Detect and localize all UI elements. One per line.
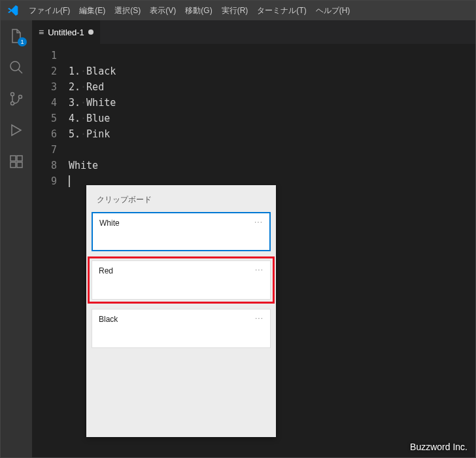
svg-point-2 bbox=[11, 102, 14, 105]
file-icon: ≡ bbox=[39, 27, 44, 37]
clipboard-item-text: Black bbox=[99, 315, 118, 324]
tabs-bar: ≡ Untitled-1 bbox=[32, 20, 475, 44]
menu-file[interactable]: ファイル(F) bbox=[24, 5, 75, 16]
source-control-icon[interactable] bbox=[7, 90, 26, 108]
clipboard-item[interactable]: White··· bbox=[92, 212, 271, 251]
line-number: 4 bbox=[32, 97, 69, 109]
editor-line[interactable]: 65.·Pink bbox=[32, 126, 475, 142]
line-content: 3.·White bbox=[69, 97, 116, 109]
menu-view[interactable]: 表示(V) bbox=[145, 5, 180, 16]
text-cursor bbox=[69, 175, 70, 187]
line-number: 7 bbox=[32, 144, 69, 156]
line-content: 2.·Red bbox=[69, 81, 104, 93]
editor-line[interactable]: 32.·Red bbox=[32, 79, 475, 95]
svg-point-1 bbox=[11, 93, 14, 96]
svg-rect-6 bbox=[17, 162, 22, 167]
extensions-icon[interactable] bbox=[7, 152, 26, 171]
tab-dirty-indicator-icon bbox=[88, 29, 94, 35]
line-number: 9 bbox=[32, 175, 69, 187]
search-icon[interactable] bbox=[7, 58, 26, 77]
svg-point-3 bbox=[19, 96, 22, 99]
line-number: 2 bbox=[32, 65, 69, 77]
vscode-logo-icon bbox=[7, 5, 19, 16]
line-content: 4.·Blue bbox=[69, 113, 110, 124]
more-icon[interactable]: ··· bbox=[255, 265, 264, 274]
line-number: 3 bbox=[32, 81, 69, 93]
menu-terminal[interactable]: ターミナル(T) bbox=[252, 5, 311, 16]
menubar: ファイル(F) 編集(E) 選択(S) 表示(V) 移動(G) 実行(R) ター… bbox=[1, 1, 475, 20]
editor-line[interactable]: 1 bbox=[32, 48, 475, 63]
editor-line[interactable]: 21.·Black bbox=[32, 63, 475, 79]
clipboard-item[interactable]: Red··· bbox=[92, 260, 271, 300]
line-content: White bbox=[69, 160, 98, 171]
svg-rect-5 bbox=[10, 162, 16, 167]
activity-bar bbox=[1, 20, 32, 457]
clipboard-item-text: White bbox=[99, 219, 120, 228]
menu-go[interactable]: 移動(G) bbox=[180, 5, 216, 16]
menu-selection[interactable]: 選択(S) bbox=[110, 5, 145, 16]
clipboard-panel: クリップボード White···Red···Black··· bbox=[86, 185, 276, 437]
tab-label: Untitled-1 bbox=[48, 27, 84, 37]
line-number: 6 bbox=[32, 128, 69, 140]
editor-line[interactable]: 43.·White bbox=[32, 95, 475, 111]
line-number: 1 bbox=[32, 50, 69, 62]
line-content bbox=[69, 175, 70, 188]
line-number: 5 bbox=[32, 113, 69, 124]
svg-point-0 bbox=[10, 62, 20, 71]
tab-untitled-1[interactable]: ≡ Untitled-1 bbox=[32, 20, 101, 44]
run-debug-icon[interactable] bbox=[7, 121, 26, 139]
editor-line[interactable]: 8White bbox=[32, 158, 475, 173]
editor-line[interactable]: 54.·Blue bbox=[32, 111, 475, 126]
clipboard-item[interactable]: Black··· bbox=[92, 309, 271, 348]
menu-edit[interactable]: 編集(E) bbox=[75, 5, 110, 16]
line-number: 8 bbox=[32, 160, 69, 171]
line-content: 1.·Black bbox=[69, 65, 116, 77]
svg-rect-7 bbox=[17, 156, 22, 161]
clipboard-item-text: Red bbox=[99, 266, 113, 275]
more-icon[interactable]: ··· bbox=[255, 313, 264, 323]
menu-run[interactable]: 実行(R) bbox=[217, 5, 253, 16]
more-icon[interactable]: ··· bbox=[254, 217, 263, 226]
svg-rect-4 bbox=[10, 156, 16, 161]
line-content: 5.·Pink bbox=[69, 128, 110, 140]
editor-line[interactable]: 7 bbox=[32, 142, 475, 158]
menu-help[interactable]: ヘルプ(H) bbox=[311, 5, 355, 16]
clipboard-title: クリップボード bbox=[92, 192, 271, 212]
explorer-icon[interactable] bbox=[7, 27, 26, 45]
watermark-text: Buzzword Inc. bbox=[410, 442, 468, 452]
